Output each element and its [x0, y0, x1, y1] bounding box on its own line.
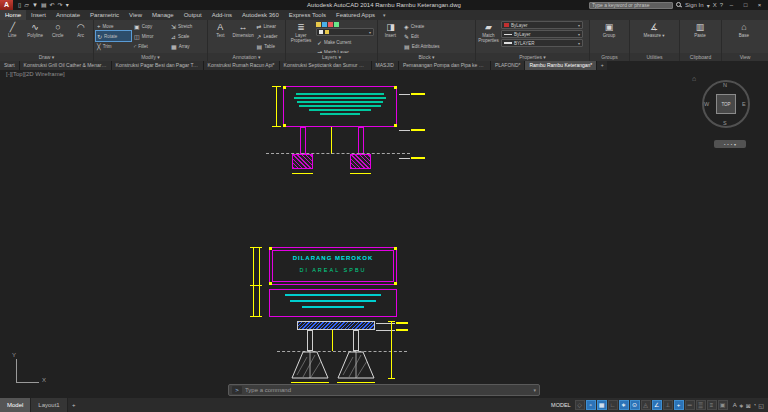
layer-on-icon[interactable]: [316, 22, 321, 27]
qat-caret-icon[interactable]: ▾: [66, 0, 69, 10]
ribbon-tab-express-tools[interactable]: Express Tools: [284, 10, 331, 20]
object-snap-toggle[interactable]: ⊙: [630, 400, 640, 410]
app-menu-button[interactable]: A: [0, 0, 13, 10]
insert-block-tool[interactable]: ◨Insert: [380, 21, 401, 38]
plot-icon[interactable]: ▤: [41, 0, 47, 10]
panel-label-clipboard[interactable]: Clipboard: [680, 53, 721, 61]
stretch-tool[interactable]: ⇲Stretch: [170, 21, 205, 31]
ribbon-tab-featured-apps[interactable]: Featured Apps: [331, 10, 380, 20]
annotation-scale-icon[interactable]: A: [733, 402, 737, 408]
lineweight-toggle[interactable]: ═: [685, 400, 695, 410]
lineweight-dropdown[interactable]: BYLAYER▾: [501, 39, 583, 47]
polyline-tool[interactable]: ∿Polyline: [25, 21, 46, 38]
search-input[interactable]: [589, 2, 673, 9]
match-properties-tool[interactable]: ▰Match Properties: [478, 21, 499, 43]
navigation-bar[interactable]: •••▾: [714, 140, 746, 148]
ribbon-tab-autodesk360[interactable]: Autodesk 360: [237, 10, 284, 20]
panel-label-modify[interactable]: Modify ▾: [94, 53, 207, 61]
doc-tab-plafond[interactable]: PLAFOND*: [491, 61, 526, 70]
snap-mode-toggle[interactable]: ▫: [586, 400, 596, 410]
polar-tracking-toggle[interactable]: ∗: [619, 400, 629, 410]
command-input[interactable]: [245, 387, 530, 393]
linear-tool[interactable]: ⇄Linear: [256, 21, 283, 31]
new-drawing-tab-button[interactable]: +: [597, 61, 607, 70]
new-icon[interactable]: ▯: [18, 0, 21, 10]
quick-properties-toggle[interactable]: ≡: [707, 400, 717, 410]
exchange-apps-icon[interactable]: X: [713, 2, 717, 8]
layer-freeze-icon[interactable]: [322, 22, 327, 27]
fillet-tool[interactable]: ◜Fillet: [133, 41, 168, 51]
viewcube-home-icon[interactable]: ⌂: [692, 75, 696, 82]
panel-label-annotation[interactable]: Annotation ▾: [208, 53, 285, 61]
edit-block-tool[interactable]: ✎Edit: [403, 31, 469, 41]
infer-constraints-toggle[interactable]: ◇: [575, 400, 585, 410]
viewcube-east[interactable]: E: [742, 101, 746, 107]
linetype-dropdown[interactable]: ByLayer▾: [501, 30, 583, 38]
layer-dropdown[interactable]: ▾: [316, 28, 374, 36]
dynamic-ucs-toggle[interactable]: ⊥: [663, 400, 673, 410]
make-current-tool[interactable]: ✓Make Current: [316, 37, 374, 47]
panel-label-groups[interactable]: Groups: [590, 53, 629, 61]
workspace-switching-icon[interactable]: ∗: [739, 402, 744, 409]
redo-icon[interactable]: ↷: [58, 0, 63, 10]
layer-plot-icon[interactable]: [334, 22, 339, 27]
save-icon[interactable]: ▼: [32, 0, 38, 10]
ribbon-tab-manage[interactable]: Manage: [147, 10, 179, 20]
panel-label-utilities[interactable]: Utilities: [630, 53, 679, 61]
ribbon-options-caret-icon[interactable]: ▾: [380, 10, 389, 20]
panel-label-layers[interactable]: Layers ▾: [286, 53, 377, 61]
scale-tool[interactable]: ⊿Scale: [170, 31, 205, 41]
doc-tab-grill-oil[interactable]: Konstruksi Grill Oil Cather & Menara Air…: [20, 61, 112, 70]
object-color-dropdown[interactable]: ByLayer▾: [501, 21, 583, 29]
viewcube-north[interactable]: N: [723, 82, 727, 88]
arc-tool[interactable]: ◠Arc: [70, 21, 91, 38]
panel-label-block[interactable]: Block ▾: [378, 53, 475, 61]
doc-tab-rumah-racun[interactable]: Konstruksi Rumah Racun Api*: [204, 61, 280, 70]
dynamic-input-toggle[interactable]: +: [674, 400, 684, 410]
mirror-tool[interactable]: ◫Mirror: [133, 31, 168, 41]
ribbon-tab-insert[interactable]: Insert: [26, 10, 51, 20]
table-tool[interactable]: ▤Table: [256, 41, 283, 51]
ribbon-tab-home[interactable]: Home: [0, 10, 26, 20]
drawing-canvas[interactable]: [-][Top][2D Wireframe] ⌂ N E S W TOP •••…: [0, 70, 768, 398]
layout1-tab[interactable]: Layout1: [31, 398, 67, 412]
command-prompt-icon[interactable]: >: [232, 386, 242, 394]
minimize-button[interactable]: –: [726, 0, 737, 10]
ribbon-tab-addins[interactable]: Add-ins: [207, 10, 237, 20]
leader-tool[interactable]: ↗Leader: [256, 31, 283, 41]
edit-attributes-tool[interactable]: ▤Edit Attributes: [403, 41, 469, 51]
ribbon-tab-annotate[interactable]: Annotate: [51, 10, 85, 20]
model-tab[interactable]: Model: [0, 398, 31, 412]
array-tool[interactable]: ▦Array: [170, 41, 205, 51]
circle-tool[interactable]: ○Circle: [48, 21, 69, 38]
doc-tab-rambu[interactable]: Rambu Rambu Keterangan*: [525, 61, 597, 70]
grid-display-toggle[interactable]: ▦: [597, 400, 607, 410]
layer-lock-icon[interactable]: [328, 22, 333, 27]
help-icon[interactable]: ?: [720, 2, 723, 8]
command-caret-icon[interactable]: ▾: [533, 387, 536, 393]
panel-label-draw[interactable]: Draw ▾: [0, 53, 93, 61]
selection-cycling-toggle[interactable]: ▣: [718, 400, 728, 410]
doc-tab-start[interactable]: Start: [0, 61, 20, 70]
base-tool[interactable]: ⌂Base: [724, 21, 764, 38]
model-space-label[interactable]: MODEL: [547, 402, 575, 408]
performance-icon[interactable]: ◔: [753, 402, 757, 408]
line-tool[interactable]: ╱Line: [2, 21, 23, 38]
group-tool[interactable]: ▣Group: [592, 21, 626, 38]
ribbon-tab-output[interactable]: Output: [179, 10, 207, 20]
move-tool[interactable]: +Move: [96, 21, 131, 31]
copy-tool[interactable]: ▣Copy: [133, 21, 168, 31]
text-tool[interactable]: AText: [210, 21, 231, 38]
create-block-tool[interactable]: ◈Create: [403, 21, 469, 31]
panel-label-properties[interactable]: Properties ▾: [476, 53, 589, 61]
ribbon-tab-view[interactable]: View: [124, 10, 147, 20]
doc-tab-pagar[interactable]: Konstruksi Pagar Besi dan Pagar Tembok*: [112, 61, 204, 70]
viewport-controls[interactable]: [-][Top][2D Wireframe]: [6, 71, 65, 77]
object-snap-tracking-toggle[interactable]: ∠: [652, 400, 662, 410]
doc-tab-septictank[interactable]: Konstruksi Septictank dan Sumur Pantau*: [280, 61, 372, 70]
transparency-toggle[interactable]: ▒: [696, 400, 706, 410]
viewcube-south[interactable]: S: [723, 120, 727, 126]
maximize-button[interactable]: □: [740, 0, 751, 10]
panel-label-view[interactable]: View: [722, 53, 768, 61]
undo-icon[interactable]: ↶: [50, 0, 55, 10]
